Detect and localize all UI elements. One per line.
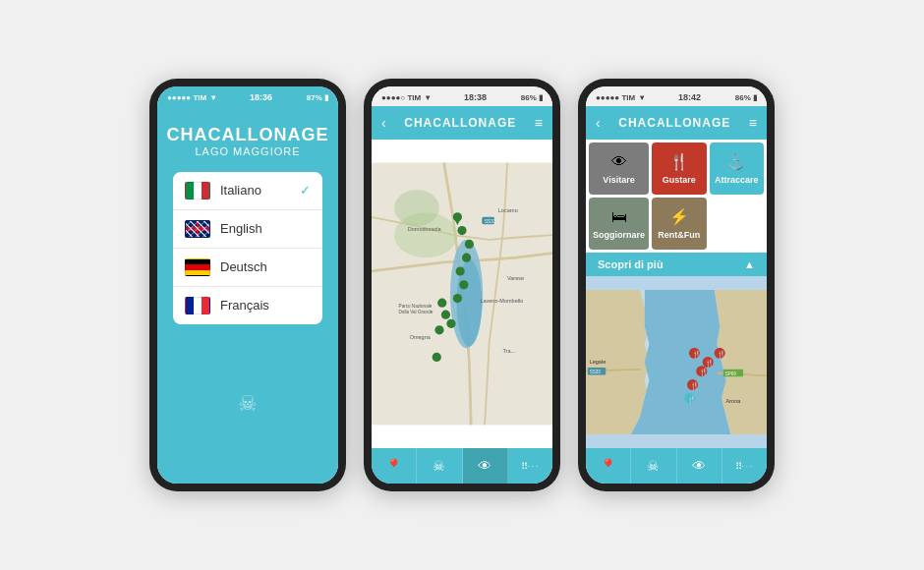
screen1-content: CHACALLONAGE LAGO MAGGIORE Italiano ✓ <box>157 106 338 484</box>
lang-item-francais[interactable]: Français <box>173 287 322 324</box>
skull-logo-1: ☠ <box>238 391 258 417</box>
cat-rentfun[interactable]: ⚡ Rent&Fun <box>652 198 706 250</box>
cat-gustare[interactable]: 🍴 Gustare <box>652 142 706 195</box>
rentfun-label: Rent&Fun <box>658 230 700 240</box>
nav-bar-3: ‹ CHACALLONAGE ≡ <box>586 106 767 140</box>
app-subtitle-1: LAGO MAGGIORE <box>157 145 338 157</box>
svg-point-16 <box>434 325 443 334</box>
tab-location-3[interactable]: 📍 <box>586 448 631 484</box>
svg-point-10 <box>456 266 465 275</box>
bottom-tab-bar-2: 📍 ☠ 👁 ⠿··· <box>372 448 552 484</box>
flag-france <box>185 297 210 314</box>
nav-title-2: CHACALLONAGE <box>404 116 516 130</box>
lang-item-deutsch[interactable]: Deutsch <box>173 249 322 287</box>
svg-point-7 <box>457 226 466 235</box>
attraccare-icon: ⚓ <box>726 152 746 171</box>
gustare-icon: 🍴 <box>669 152 689 171</box>
svg-point-4 <box>394 190 439 226</box>
app-title-1: CHACALLONAGE <box>157 126 338 145</box>
flag-germany <box>185 258 210 276</box>
phone-3: ●●●●● TIM ▾ 18:42 86% ▮ ‹ CHACALLONAGE ≡… <box>578 79 775 491</box>
visitare-icon: 👁 <box>611 153 627 171</box>
svg-point-15 <box>446 319 455 328</box>
cat-soggiornare[interactable]: 🛏 Soggiornare <box>589 198 649 250</box>
language-list: Italiano ✓ English Deutsch <box>173 172 322 324</box>
svg-text:Tra...: Tra... <box>502 348 515 354</box>
phone-1-screen: ●●●●● TIM ▾ 18:36 87% ▮ CHACALLONAGE LAG… <box>157 86 338 484</box>
checkmark-italiano: ✓ <box>300 183 311 198</box>
signal-2: ●●●●○ TIM <box>381 93 421 102</box>
cat-attraccare[interactable]: ⚓ Attraccare <box>710 142 765 195</box>
back-button-3[interactable]: ‹ <box>596 115 601 131</box>
tab-skull-3[interactable]: ☠ <box>631 448 676 484</box>
gustare-label: Gustare <box>663 175 696 185</box>
categories-grid: 👁 Visitare 🍴 Gustare ⚓ Attraccare 🛏 Sogg… <box>586 140 767 253</box>
svg-point-17 <box>433 353 441 362</box>
mini-map-3: SS33 SP69 🍴 🍴 🍴 🍴 🍴 🍴 <box>586 276 767 448</box>
tab-location-2[interactable]: 📍 <box>372 448 417 484</box>
svg-text:🍴: 🍴 <box>717 350 726 359</box>
time-2: 18:38 <box>464 92 487 102</box>
lang-label-english: English <box>220 221 262 236</box>
lang-item-english[interactable]: English <box>173 210 322 249</box>
nav-bar-2: ‹ CHACALLONAGE ≡ <box>372 106 552 140</box>
svg-text:Arona: Arona <box>726 398 742 404</box>
svg-point-9 <box>462 254 471 262</box>
back-button-2[interactable]: ‹ <box>381 115 386 131</box>
chevron-up-icon: ▲ <box>744 258 755 270</box>
status-left-3: ●●●●● TIM ▾ <box>596 93 644 102</box>
status-bar-2: ●●●●○ TIM ▾ 18:38 86% ▮ <box>372 86 552 106</box>
lang-label-francais: Français <box>220 298 269 313</box>
hamburger-menu-2[interactable]: ≡ <box>535 115 543 131</box>
phone-1: ●●●●● TIM ▾ 18:36 87% ▮ CHACALLONAGE LAG… <box>149 79 346 491</box>
soggiornare-icon: 🛏 <box>611 208 627 226</box>
svg-text:Varese: Varese <box>507 275 524 281</box>
svg-text:Laveno-Mombello: Laveno-Mombello <box>480 298 523 304</box>
svg-text:Omegna: Omegna <box>410 334 432 340</box>
svg-point-11 <box>459 280 468 289</box>
phone-2: ●●●●○ TIM ▾ 18:38 86% ▮ ‹ CHACALLONAGE ≡ <box>364 79 560 491</box>
svg-text:Legale: Legale <box>590 359 606 365</box>
svg-text:Domodossola: Domodossola <box>408 226 442 232</box>
svg-text:Locarno: Locarno <box>498 207 518 213</box>
svg-text:🍴: 🍴 <box>692 350 702 359</box>
tab-eye-3[interactable]: 👁 <box>677 448 722 484</box>
tab-skull-2[interactable]: ☠ <box>417 448 462 484</box>
tab-eye-2[interactable]: 👁 <box>463 448 508 484</box>
svg-point-13 <box>437 299 446 308</box>
attraccare-label: Attraccare <box>715 175 759 185</box>
time-1: 18:36 <box>250 92 272 102</box>
map-area-2: Domodossola Locarno Varese Parco Naziona… <box>372 140 552 448</box>
tab-grid-2[interactable]: ⠿··· <box>508 448 552 484</box>
phone-3-screen: ●●●●● TIM ▾ 18:42 86% ▮ ‹ CHACALLONAGE ≡… <box>586 86 767 484</box>
soggiornare-label: Soggiornare <box>593 230 645 240</box>
svg-text:🍴: 🍴 <box>687 395 697 404</box>
signal-3: ●●●●● TIM <box>596 93 635 102</box>
flag-italy <box>185 182 210 200</box>
battery-2: 86% ▮ <box>521 93 543 102</box>
svg-text:SS33: SS33 <box>590 370 602 374</box>
svg-text:🍴: 🍴 <box>705 359 715 368</box>
svg-text:Parco Nazionale: Parco Nazionale <box>399 304 433 309</box>
logo-bottom-1: ☠ <box>157 324 338 484</box>
scopri-bar[interactable]: Scopri di più ▲ <box>586 253 767 276</box>
lang-item-italiano[interactable]: Italiano ✓ <box>173 172 322 210</box>
svg-text:Della Val Grande: Della Val Grande <box>399 310 433 314</box>
app-title-area: CHACALLONAGE LAGO MAGGIORE <box>157 106 338 172</box>
battery-3: 86% ▮ <box>735 93 757 102</box>
svg-point-14 <box>441 311 450 319</box>
phone-2-screen: ●●●●○ TIM ▾ 18:38 86% ▮ ‹ CHACALLONAGE ≡ <box>372 86 552 484</box>
status-left-2: ●●●●○ TIM ▾ <box>381 93 430 102</box>
status-bar-3: ●●●●● TIM ▾ 18:42 86% ▮ <box>586 86 767 106</box>
bottom-tab-bar-3: 📍 ☠ 👁 ⠿··· <box>586 448 767 484</box>
svg-text:SP69: SP69 <box>725 371 737 376</box>
tab-grid-3[interactable]: ⠿··· <box>722 448 767 484</box>
status-bar-1: ●●●●● TIM ▾ 18:36 87% ▮ <box>157 86 338 106</box>
scopri-label: Scopri di più <box>598 258 664 270</box>
wifi-2: ▾ <box>426 93 430 102</box>
lang-label-italiano: Italiano <box>220 183 261 198</box>
cat-visitare[interactable]: 👁 Visitare <box>589 142 649 195</box>
svg-text:🍴: 🍴 <box>690 381 700 390</box>
hamburger-menu-3[interactable]: ≡ <box>749 115 757 131</box>
map-svg-2: Domodossola Locarno Varese Parco Naziona… <box>372 140 552 448</box>
